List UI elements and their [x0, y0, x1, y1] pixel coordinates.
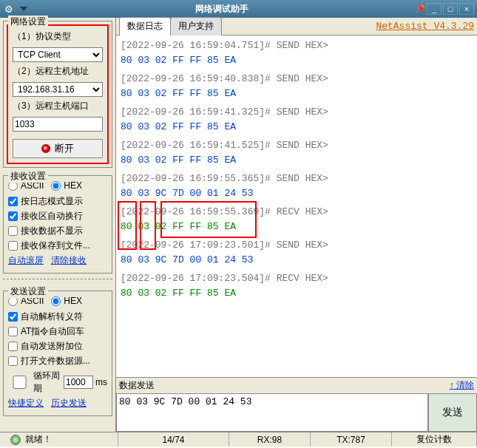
- shortcut-link[interactable]: 快捷定义: [8, 397, 44, 410]
- hide-recv-checkbox[interactable]: 接收数据不显示: [8, 225, 107, 237]
- history-link[interactable]: 历史发送: [51, 397, 87, 410]
- log-timestamp: [2022-09-26 16:59:40.838]# SEND HEX>: [121, 72, 473, 86]
- status-ready: 就绪！: [25, 433, 52, 446]
- auto-scroll-link[interactable]: 自动滚屏: [8, 254, 44, 267]
- record-icon: [41, 144, 50, 153]
- network-highlight-box: （1）协议类型 TCP Client （2）远程主机地址 192.168.31.…: [7, 24, 109, 164]
- clear-recv-link[interactable]: 清除接收: [51, 254, 87, 267]
- cycle-input[interactable]: [64, 376, 93, 389]
- clear-send-link[interactable]: ↑ 清除: [450, 379, 474, 392]
- protocol-select[interactable]: TCP Client: [13, 47, 103, 62]
- cycle-label: 循环周期: [33, 370, 61, 395]
- send-button[interactable]: 发送: [428, 393, 477, 432]
- log-timestamp: [2022-09-26 16:59:41.325]# SEND HEX>: [121, 105, 473, 120]
- send-hex-radio[interactable]: HEX: [51, 296, 82, 306]
- log-hex: 80 03 02 FF FF 85 EA: [121, 53, 473, 68]
- log-timestamp: [2022-09-26 17:09:23.504]# RECV HEX>: [121, 271, 473, 286]
- status-bar: 就绪！ 14/74 RX:98 TX:787 复位计数: [0, 432, 477, 447]
- tab-data-log[interactable]: 数据日志: [119, 17, 171, 35]
- log-entry: [2022-09-26 17:09:23.504]# RECV HEX>80 0…: [121, 271, 473, 300]
- log-hex: 80 03 9C 7D 00 01 24 53: [121, 186, 473, 201]
- remote-port-label: （3）远程主机端口: [13, 100, 103, 112]
- log-entry: [2022-09-26 16:59:04.751]# SEND HEX>80 0…: [121, 38, 473, 67]
- tab-user-support[interactable]: 用户支持: [170, 17, 222, 35]
- log-hex: 80 03 02 FF FF 85 EA: [121, 286, 473, 301]
- settings-icon[interactable]: ⚙: [3, 3, 15, 15]
- log-timestamp: [2022-09-26 17:09:23.501]# SEND HEX>: [121, 238, 473, 253]
- status-rx: RX:98: [229, 432, 311, 447]
- recv-hex-radio[interactable]: HEX: [51, 180, 82, 191]
- log-timestamp: [2022-09-26 16:59:55.369]# RECV HEX>: [121, 205, 473, 220]
- tab-bar: 数据日志 用户支持 NetAssist V4.3.29: [116, 18, 477, 35]
- log-timestamp: [2022-09-26 16:59:04.751]# SEND HEX>: [121, 38, 473, 53]
- log-timestamp: [2022-09-26 16:59:41.525]# SEND HEX>: [121, 138, 473, 153]
- send-toolbar: 数据发送 ↑ 清除: [116, 377, 477, 393]
- send-group-title: 发送设置: [8, 285, 48, 298]
- send-textarea[interactable]: 80 03 9C 7D 00 01 24 53: [116, 393, 428, 432]
- close-button[interactable]: ×: [459, 3, 474, 15]
- pin-icon[interactable]: 📌: [413, 3, 425, 15]
- log-area[interactable]: [2022-09-26 16:59:04.751]# SEND HEX>80 0…: [116, 35, 477, 377]
- status-tx: TX:787: [311, 432, 392, 447]
- log-hex: 80 03 02 FF FF 85 EA: [121, 120, 473, 135]
- log-hex: 80 03 02 FF FF 85 EA: [121, 86, 473, 101]
- log-hex: 80 03 9C 7D 00 01 24 53: [121, 253, 473, 268]
- log-hex: 80 03 02 FF FF 85 EA: [121, 153, 473, 168]
- log-entry: [2022-09-26 16:59:40.838]# SEND HEX>80 0…: [121, 72, 473, 101]
- log-mode-checkbox[interactable]: 按日志模式显示: [8, 195, 107, 208]
- remote-host-label: （2）远程主机地址: [13, 65, 103, 78]
- log-entry: [2022-09-26 17:09:23.501]# SEND HEX>80 0…: [121, 238, 473, 267]
- auto-append-checkbox[interactable]: 自动发送附加位: [8, 340, 107, 353]
- log-entry: [2022-09-26 16:59:55.365]# SEND HEX>80 0…: [121, 172, 473, 200]
- network-group-title: 网络设置: [8, 16, 48, 28]
- save-file-checkbox[interactable]: 接收保存到文件...: [8, 240, 107, 252]
- send-group: 发送设置 ASCII HEX 自动解析转义符 AT指令自动回车 自动发送附加位 …: [3, 291, 112, 416]
- maximize-button[interactable]: □: [443, 3, 458, 15]
- main-area: 网络设置 （1）协议类型 TCP Client （2）远程主机地址 192.16…: [0, 18, 477, 432]
- receive-group: 接收设置 ASCII HEX 按日志模式显示 接收区自动换行 接收数据不显示 接…: [3, 175, 112, 274]
- log-entry: [2022-09-26 16:59:55.369]# RECV HEX>80 0…: [121, 205, 473, 234]
- disconnect-label: 断开: [55, 142, 74, 155]
- disconnect-button[interactable]: 断开: [13, 139, 103, 158]
- left-column: 网络设置 （1）协议类型 TCP Client （2）远程主机地址 192.16…: [0, 18, 115, 432]
- right-column: 数据日志 用户支持 NetAssist V4.3.29 [2022-09-26 …: [115, 18, 477, 432]
- status-count: 14/74: [118, 432, 229, 447]
- cycle-checkbox[interactable]: [8, 376, 31, 389]
- cycle-unit: ms: [95, 377, 107, 387]
- open-file-checkbox[interactable]: 打开文件数据源...: [8, 355, 107, 367]
- network-group: 网络设置 （1）协议类型 TCP Client （2）远程主机地址 192.16…: [3, 21, 112, 168]
- window-title: 网络调试助手: [30, 3, 413, 16]
- ready-icon: [10, 435, 21, 445]
- cycle-period-row: 循环周期 ms: [8, 370, 107, 395]
- log-hex: 80 03 02 FF FF 85 EA: [121, 220, 473, 234]
- menu-dropdown-icon[interactable]: [18, 3, 30, 15]
- send-toolbar-label: 数据发送: [119, 379, 155, 392]
- reset-count-button[interactable]: 复位计数: [392, 432, 477, 447]
- remote-host-select[interactable]: 192.168.31.16: [13, 82, 103, 97]
- at-cr-checkbox[interactable]: AT指令自动回车: [8, 325, 107, 338]
- log-entry: [2022-09-26 16:59:41.525]# SEND HEX>80 0…: [121, 138, 473, 167]
- minimize-button[interactable]: _: [427, 3, 442, 15]
- send-row: 80 03 9C 7D 00 01 24 53 发送: [116, 393, 477, 432]
- title-bar: ⚙ 网络调试助手 📌 _ □ ×: [0, 0, 477, 18]
- version-link[interactable]: NetAssist V4.3.29: [376, 21, 474, 32]
- log-timestamp: [2022-09-26 16:59:55.365]# SEND HEX>: [121, 172, 473, 186]
- log-entry: [2022-09-26 16:59:41.325]# SEND HEX>80 0…: [121, 105, 473, 134]
- remote-port-input[interactable]: [13, 117, 103, 132]
- auto-escape-checkbox[interactable]: 自动解析转义符: [8, 310, 107, 323]
- protocol-label: （1）协议类型: [13, 30, 103, 43]
- auto-wrap-checkbox[interactable]: 接收区自动换行: [8, 210, 107, 223]
- divider: [3, 279, 112, 279]
- receive-group-title: 接收设置: [8, 170, 48, 183]
